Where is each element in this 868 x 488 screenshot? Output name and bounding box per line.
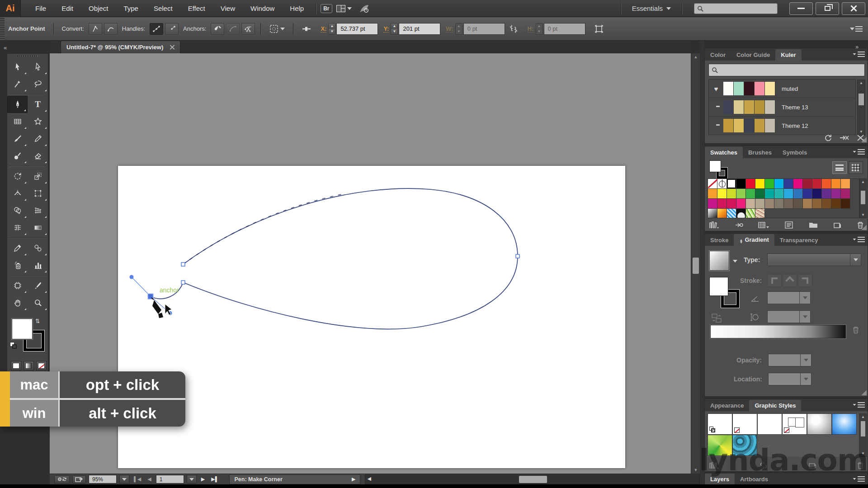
swatch[interactable] bbox=[746, 209, 755, 218]
graphic-style-default[interactable] bbox=[708, 413, 732, 435]
swatch[interactable] bbox=[727, 209, 736, 218]
blob-brush-tool[interactable] bbox=[7, 147, 28, 164]
panel-menu-icon[interactable] bbox=[852, 237, 865, 242]
step-up-icon[interactable]: ▲ bbox=[391, 23, 397, 29]
gradient-button[interactable] bbox=[24, 361, 34, 371]
fill-swatch[interactable] bbox=[12, 319, 33, 339]
tab-color[interactable]: Color bbox=[705, 49, 731, 61]
horizontal-scrollbar[interactable]: ◀ bbox=[365, 474, 700, 484]
rectangular-grid-tool[interactable] bbox=[7, 113, 28, 130]
share-button[interactable] bbox=[72, 475, 86, 483]
show-swatch-kinds-icon[interactable] bbox=[758, 221, 769, 229]
swatch[interactable] bbox=[812, 179, 822, 189]
swatch[interactable] bbox=[812, 189, 822, 199]
y-stepper[interactable]: ▲▼ bbox=[391, 23, 398, 35]
mesh-tool[interactable] bbox=[7, 219, 28, 236]
magic-wand-tool[interactable] bbox=[7, 75, 28, 93]
chevron-down-icon[interactable] bbox=[733, 260, 737, 263]
show-handles-button[interactable] bbox=[150, 23, 163, 35]
theme-swatch[interactable] bbox=[723, 100, 734, 114]
theme-swatch[interactable] bbox=[723, 82, 734, 95]
menu-view[interactable]: View bbox=[213, 0, 242, 17]
default-fill-stroke-icon[interactable] bbox=[10, 342, 17, 349]
slice-tool[interactable] bbox=[28, 277, 48, 294]
color-button[interactable] bbox=[11, 361, 21, 371]
free-transform-tool[interactable] bbox=[28, 185, 48, 202]
swatch[interactable] bbox=[793, 189, 803, 199]
tab-appearance[interactable]: Appearance bbox=[705, 400, 749, 411]
close-document-icon[interactable] bbox=[170, 45, 175, 50]
control-panel-menu-button[interactable] bbox=[850, 26, 863, 32]
rotate-tool[interactable] bbox=[7, 168, 28, 185]
type-tool[interactable]: T bbox=[28, 96, 48, 113]
swatch[interactable] bbox=[736, 179, 746, 189]
anchor-point[interactable] bbox=[181, 281, 185, 284]
graphic-style-white[interactable] bbox=[757, 413, 782, 435]
swatch[interactable] bbox=[736, 199, 746, 209]
anchor-point[interactable] bbox=[516, 254, 519, 258]
teardrop-path[interactable] bbox=[183, 188, 518, 329]
swatch[interactable] bbox=[717, 209, 727, 218]
connect-anchors-button[interactable] bbox=[226, 23, 240, 35]
theme-swatch[interactable] bbox=[734, 82, 744, 95]
swatch[interactable] bbox=[746, 199, 755, 209]
tab-kuler[interactable]: Kuler bbox=[775, 49, 801, 61]
star-tool[interactable] bbox=[28, 113, 48, 130]
collapse-toolbar-button[interactable]: « bbox=[4, 44, 6, 51]
swatch[interactable] bbox=[746, 179, 755, 189]
step-down-icon[interactable]: ▼ bbox=[391, 29, 397, 34]
menu-select[interactable]: Select bbox=[146, 0, 180, 17]
hand-tool[interactable] bbox=[7, 294, 28, 311]
transform-button[interactable] bbox=[594, 23, 604, 34]
swatch[interactable] bbox=[822, 189, 831, 199]
swatch[interactable] bbox=[755, 209, 765, 218]
theme-swatch[interactable] bbox=[765, 82, 775, 95]
swatch[interactable] bbox=[784, 199, 793, 209]
artboard-number-field[interactable]: 1 bbox=[156, 475, 184, 483]
theme-swatch[interactable] bbox=[744, 100, 755, 114]
menu-type[interactable]: Type bbox=[116, 0, 146, 17]
app-search-box[interactable] bbox=[694, 3, 778, 14]
menu-window[interactable]: Window bbox=[243, 0, 282, 17]
selection-tool[interactable] bbox=[7, 58, 28, 75]
eraser-tool[interactable] bbox=[28, 147, 48, 164]
gradient-preview-swatch[interactable] bbox=[709, 251, 729, 271]
swatch[interactable] bbox=[727, 179, 736, 189]
y-input[interactable] bbox=[399, 23, 440, 35]
swatch[interactable] bbox=[755, 179, 765, 189]
swatch[interactable] bbox=[793, 199, 803, 209]
lasso-tool[interactable] bbox=[28, 75, 48, 93]
swatch[interactable] bbox=[746, 189, 755, 199]
tools-panel-grip[interactable] bbox=[7, 54, 48, 58]
scale-tool[interactable] bbox=[28, 168, 48, 185]
swatch[interactable] bbox=[831, 179, 841, 189]
graphic-style-gray-shade[interactable] bbox=[807, 413, 832, 435]
theme-swatch[interactable] bbox=[734, 119, 744, 132]
theme-swatch[interactable] bbox=[723, 119, 734, 132]
swatch[interactable] bbox=[765, 179, 774, 189]
swatch[interactable] bbox=[727, 199, 736, 209]
fill-swatch[interactable] bbox=[709, 277, 728, 296]
status-menu-icon[interactable]: ▶ bbox=[352, 476, 355, 482]
menu-help[interactable]: Help bbox=[283, 0, 311, 17]
x-input[interactable] bbox=[336, 23, 378, 35]
document-tab[interactable]: Untitled-7* @ 95% (CMYK/Preview) bbox=[61, 41, 180, 53]
theme-swatch[interactable] bbox=[755, 119, 765, 132]
pen-tool[interactable] bbox=[7, 96, 28, 113]
swatch[interactable] bbox=[717, 189, 727, 199]
heart-icon[interactable]: ♥ bbox=[711, 85, 722, 93]
swatch[interactable] bbox=[736, 189, 746, 199]
theme-swatch[interactable] bbox=[744, 119, 755, 132]
hide-handles-button[interactable] bbox=[165, 23, 179, 35]
tab-stroke[interactable]: Stroke bbox=[705, 235, 734, 246]
swatch[interactable] bbox=[717, 199, 727, 209]
scroll-up-icon[interactable]: ▲ bbox=[860, 414, 866, 420]
control-bar-grip[interactable] bbox=[0, 17, 5, 41]
kuler-theme-row[interactable]: Theme 13 bbox=[709, 98, 855, 117]
convert-to-smooth-button[interactable] bbox=[104, 23, 118, 35]
refresh-icon[interactable] bbox=[824, 134, 832, 141]
kuler-scrollbar[interactable]: ▲▼ bbox=[857, 80, 865, 136]
graphic-style-blue-shade[interactable] bbox=[832, 413, 857, 435]
y-label[interactable]: Y: bbox=[383, 25, 389, 33]
swatch[interactable] bbox=[755, 199, 765, 209]
